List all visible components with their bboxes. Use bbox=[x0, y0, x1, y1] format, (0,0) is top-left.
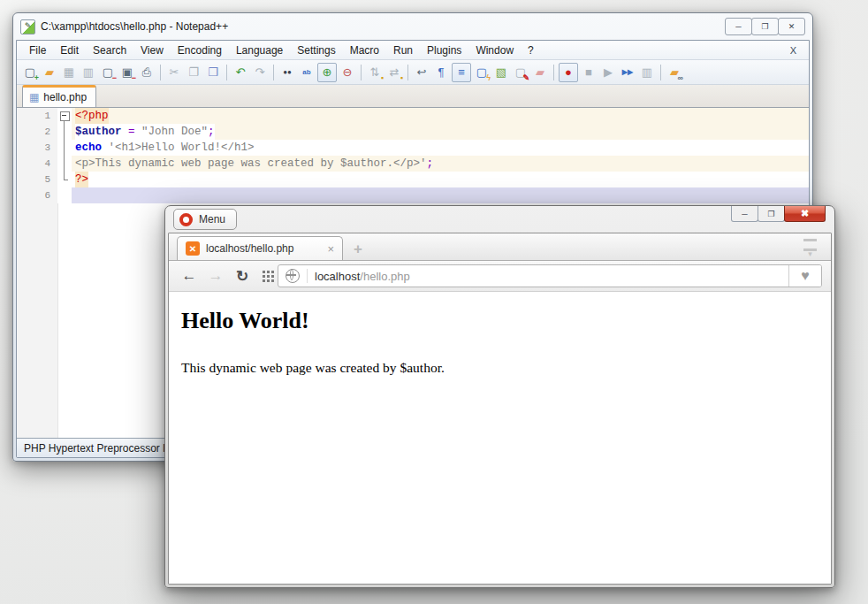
new-tab-button[interactable]: + bbox=[346, 239, 369, 260]
code-segment: <?php bbox=[75, 108, 109, 124]
menu-run[interactable]: Run bbox=[386, 42, 420, 58]
xampp-favicon: ✕ bbox=[186, 241, 200, 256]
opera-window-controls: ─ ❐ ✖ bbox=[732, 206, 826, 222]
menu-encoding[interactable]: Encoding bbox=[171, 42, 229, 58]
menu-file[interactable]: File bbox=[22, 42, 53, 58]
replace-icon[interactable]: ab bbox=[298, 64, 316, 81]
document-map-icon[interactable]: ▧ bbox=[492, 64, 510, 81]
toolbar-separator bbox=[553, 65, 554, 80]
fold-end-marker bbox=[57, 172, 72, 187]
paste-icon[interactable]: ❒ bbox=[204, 64, 222, 81]
save-all-icon[interactable]: ▥ bbox=[80, 64, 97, 81]
cut-icon[interactable]: ✂ bbox=[165, 64, 183, 81]
toolbar-separator bbox=[361, 65, 362, 80]
word-wrap-icon[interactable]: ↩ bbox=[413, 64, 430, 81]
opera-window: Menu ─ ❐ ✖ ✕ localhost/hello.php × + ▾ bbox=[164, 205, 835, 588]
tab-close-icon[interactable]: × bbox=[315, 242, 334, 256]
url-path: /hello.php bbox=[360, 270, 409, 283]
copy-icon[interactable]: ❐ bbox=[185, 64, 202, 81]
toolbar-separator bbox=[160, 65, 161, 80]
code-line[interactable]: 4 <p>This dynamic web page was created b… bbox=[17, 156, 809, 172]
tab-hello-php[interactable]: ▦ hello.php bbox=[22, 85, 96, 107]
opera-logo-icon bbox=[179, 213, 193, 226]
macro-record-icon[interactable]: ● bbox=[559, 63, 578, 82]
code-line[interactable]: 5 ?> bbox=[17, 172, 809, 187]
macro-save-icon[interactable]: ▥ bbox=[638, 64, 656, 81]
close-button[interactable]: ✕ bbox=[778, 18, 805, 35]
find-icon[interactable]: ●● bbox=[278, 64, 296, 81]
open-containing-folder-icon[interactable]: ▰∞ bbox=[666, 64, 683, 81]
minimize-button[interactable]: ─ bbox=[731, 206, 758, 222]
sync-scroll-vertical-icon[interactable]: ⇅▪ bbox=[366, 64, 384, 81]
menu-help[interactable]: ? bbox=[521, 42, 541, 58]
open-file-icon[interactable]: ▰ bbox=[41, 64, 58, 81]
folder-as-workspace-icon[interactable]: ▰ bbox=[531, 64, 549, 81]
close-all-icon[interactable]: ▣− bbox=[118, 64, 136, 81]
code-segment bbox=[102, 140, 109, 156]
toolbar-separator bbox=[273, 65, 274, 80]
fold-line bbox=[57, 156, 72, 172]
indent-guide-icon[interactable]: ≡ bbox=[452, 63, 471, 82]
opera-menu-button[interactable]: Menu bbox=[173, 209, 237, 230]
menu-macro[interactable]: Macro bbox=[343, 42, 386, 58]
status-doc-type: PHP Hypertext Preprocessor le bbox=[24, 442, 171, 455]
opera-client-area: ✕ localhost/hello.php × + ▾ ← → ↻ lo bbox=[168, 233, 832, 585]
menu-settings[interactable]: Settings bbox=[290, 42, 342, 58]
notepadpp-titlebar[interactable]: ✎ C:\xampp\htdocs\hello.php - Notepad++ … bbox=[13, 13, 812, 40]
back-button[interactable]: ← bbox=[178, 264, 201, 287]
print-icon[interactable]: ⎙ bbox=[138, 64, 156, 81]
notepadpp-toolbar: ▢+ ▰ ▦ ▥ ▢− ▣− ⎙ ✂ ❐ ❒ ↶ ↷ ●● ab ⊕ ⊖ bbox=[17, 60, 809, 85]
macro-stop-icon[interactable]: ■ bbox=[580, 64, 598, 81]
url-text[interactable]: localhost/hello.php bbox=[315, 270, 410, 283]
fold-margin-cell bbox=[57, 187, 72, 203]
code-line[interactable]: 3 echo '<h1>Hello World!</h1> bbox=[17, 140, 809, 156]
address-bar[interactable]: localhost/hello.php ♥ bbox=[278, 264, 822, 287]
code-line-current[interactable]: 6 bbox=[17, 187, 809, 203]
page-paragraph: This dynamic web page was created by $au… bbox=[181, 360, 817, 376]
close-file-icon[interactable]: ▢− bbox=[99, 64, 117, 81]
restore-button[interactable]: ❐ bbox=[751, 18, 779, 35]
document-close-x[interactable]: X bbox=[783, 45, 803, 56]
site-globe-icon bbox=[286, 269, 300, 283]
notepadpp-tabbar: ▦ hello.php bbox=[17, 85, 809, 108]
code-line[interactable]: 1 <?php bbox=[17, 108, 809, 124]
toolbar-separator bbox=[407, 65, 408, 80]
save-icon[interactable]: ▦ bbox=[60, 64, 78, 81]
show-all-characters-icon[interactable]: ¶ bbox=[432, 64, 450, 81]
tab-label: localhost/hello.php bbox=[206, 242, 293, 255]
redo-icon[interactable]: ↷ bbox=[251, 64, 269, 81]
close-button[interactable]: ✖ bbox=[784, 206, 826, 222]
code-segment: <p>This dynamic web page was created by … bbox=[75, 156, 427, 172]
opera-titlebar[interactable]: Menu ─ ❐ ✖ bbox=[165, 206, 834, 233]
minimize-button[interactable]: ─ bbox=[725, 18, 752, 35]
menu-view[interactable]: View bbox=[133, 42, 171, 58]
tab-menu-icon[interactable]: ▾ bbox=[803, 239, 817, 257]
menu-plugins[interactable]: Plugins bbox=[420, 42, 468, 58]
sync-scroll-horizontal-icon[interactable]: ⇄▪ bbox=[385, 64, 403, 81]
bookmark-heart-icon[interactable]: ♥ bbox=[788, 265, 821, 287]
notepadpp-menubar: File Edit Search View Encoding Language … bbox=[17, 41, 809, 60]
macro-play-icon[interactable]: ▶ bbox=[599, 64, 617, 81]
zoom-out-icon[interactable]: ⊖ bbox=[339, 64, 356, 81]
code-line[interactable]: 2 $author = "John Doe"; bbox=[17, 124, 809, 140]
zoom-in-icon[interactable]: ⊕ bbox=[317, 63, 337, 82]
menu-language[interactable]: Language bbox=[229, 42, 290, 58]
line-number: 5 bbox=[17, 172, 57, 187]
line-number: 2 bbox=[17, 124, 57, 140]
function-list-icon[interactable]: ▢ϟ bbox=[473, 64, 491, 81]
tab-localhost-hello-php[interactable]: ✕ localhost/hello.php × bbox=[177, 236, 343, 260]
menu-search[interactable]: Search bbox=[86, 42, 133, 58]
new-file-icon[interactable]: ▢+ bbox=[21, 64, 39, 81]
menu-window[interactable]: Window bbox=[468, 42, 521, 58]
fold-marker-collapse[interactable] bbox=[57, 108, 72, 124]
restore-button[interactable]: ❐ bbox=[758, 206, 785, 222]
forward-button[interactable]: → bbox=[204, 264, 227, 287]
reload-button[interactable]: ↻ bbox=[231, 264, 254, 287]
undo-icon[interactable]: ↶ bbox=[232, 64, 249, 81]
document-switcher-icon[interactable]: ▢✎ bbox=[512, 64, 529, 81]
saved-file-icon: ▦ bbox=[29, 92, 39, 103]
macro-run-multiple-icon[interactable]: ▶▶ bbox=[619, 64, 636, 81]
speed-dial-icon[interactable] bbox=[263, 271, 265, 273]
desktop: ✎ C:\xampp\htdocs\hello.php - Notepad++ … bbox=[0, 0, 868, 604]
menu-edit[interactable]: Edit bbox=[53, 42, 86, 58]
